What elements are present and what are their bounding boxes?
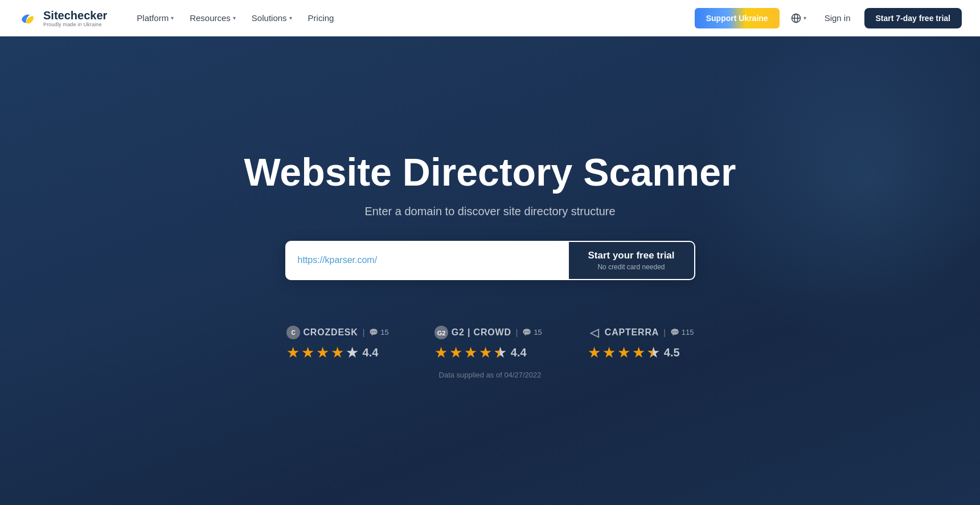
chevron-down-icon: ▾ xyxy=(289,15,292,21)
capterra-header: ◁ Capterra | 💬 115 xyxy=(588,326,694,339)
navbar: Sitechecker Proudly made in Ukraine Plat… xyxy=(0,0,980,36)
g2-logo-svg: G2 xyxy=(436,327,447,338)
data-supplied-text: Data supplied as of 04/27/2022 xyxy=(439,371,542,379)
g2-rating: G2 G2 | CROWD | 💬 15 ★ ★ ★ ★ ★★ 4.4 xyxy=(434,326,542,362)
chevron-down-icon: ▾ xyxy=(171,15,174,21)
hero-section: Website Directory Scanner Enter a domain… xyxy=(0,36,980,505)
capterra-icon: ◁ xyxy=(588,326,601,339)
crozdesk-header: C crozdesk | 💬 15 xyxy=(286,326,389,339)
crozdesk-count: 💬 15 xyxy=(369,328,388,336)
crozdesk-icon: C xyxy=(286,326,300,339)
ratings-area: C crozdesk | 💬 15 ★ ★ ★ ★ ★ 4.4 xyxy=(286,326,694,362)
logo[interactable]: Sitechecker Proudly made in Ukraine xyxy=(18,8,107,28)
cta-sub-text: No credit card needed xyxy=(597,263,665,271)
globe-icon xyxy=(791,13,801,23)
logo-icon xyxy=(18,8,39,28)
crozdesk-rating: C crozdesk | 💬 15 ★ ★ ★ ★ ★ 4.4 xyxy=(286,326,389,362)
g2-name: G2 | CROWD xyxy=(452,327,511,338)
capterra-rating: ◁ Capterra | 💬 115 ★ ★ ★ ★ ★★ 4.5 xyxy=(588,326,694,362)
logo-tagline: Proudly made in Ukraine xyxy=(43,22,107,27)
capterra-count: 💬 115 xyxy=(670,328,694,336)
half-star-capterra: ★★ xyxy=(647,344,660,362)
svg-text:G2: G2 xyxy=(437,330,445,336)
search-input[interactable] xyxy=(286,242,569,278)
chevron-down-icon: ▾ xyxy=(233,15,236,21)
hero-subtitle: Enter a domain to discover site director… xyxy=(364,205,615,218)
support-ukraine-button[interactable]: Support Ukraine xyxy=(695,8,780,28)
nav-resources[interactable]: Resources ▾ xyxy=(183,9,243,27)
nav-links: Platform ▾ Resources ▾ Solutions ▾ Prici… xyxy=(130,9,694,27)
g2-icon: G2 xyxy=(434,326,448,339)
sign-in-link[interactable]: Sign in xyxy=(818,9,858,27)
crozdesk-logo-svg: C xyxy=(289,328,298,337)
search-cta-button[interactable]: Start your free trial No credit card nee… xyxy=(569,242,694,278)
capterra-stars: ★ ★ ★ ★ ★★ 4.5 xyxy=(588,344,680,362)
logo-brand: Sitechecker xyxy=(43,9,107,22)
nav-pricing[interactable]: Pricing xyxy=(301,9,341,27)
search-box: Start your free trial No credit card nee… xyxy=(285,241,695,280)
chevron-down-icon: ▾ xyxy=(803,15,806,21)
language-selector[interactable]: ▾ xyxy=(786,9,811,28)
start-trial-button[interactable]: Start 7-day free trial xyxy=(864,8,962,28)
capterra-logo: ◁ Capterra xyxy=(588,326,659,339)
crozdesk-stars: ★ ★ ★ ★ ★ 4.4 xyxy=(286,344,379,362)
svg-text:C: C xyxy=(291,330,295,336)
crozdesk-logo: C crozdesk xyxy=(286,326,358,339)
nav-solutions[interactable]: Solutions ▾ xyxy=(245,9,299,27)
nav-right: Support Ukraine ▾ Sign in Start 7-day fr… xyxy=(695,8,962,28)
capterra-name: Capterra xyxy=(605,327,659,338)
nav-platform[interactable]: Platform ▾ xyxy=(130,9,181,27)
hero-title: Website Directory Scanner xyxy=(244,151,736,194)
g2-count: 💬 15 xyxy=(522,328,542,336)
g2-stars: ★ ★ ★ ★ ★★ 4.4 xyxy=(434,344,527,362)
cta-main-text: Start your free trial xyxy=(588,250,674,261)
g2-header: G2 G2 | CROWD | 💬 15 xyxy=(434,326,542,339)
crozdesk-name: crozdesk xyxy=(304,327,358,338)
half-star: ★★ xyxy=(494,344,507,362)
g2-logo: G2 G2 | CROWD xyxy=(434,326,511,339)
